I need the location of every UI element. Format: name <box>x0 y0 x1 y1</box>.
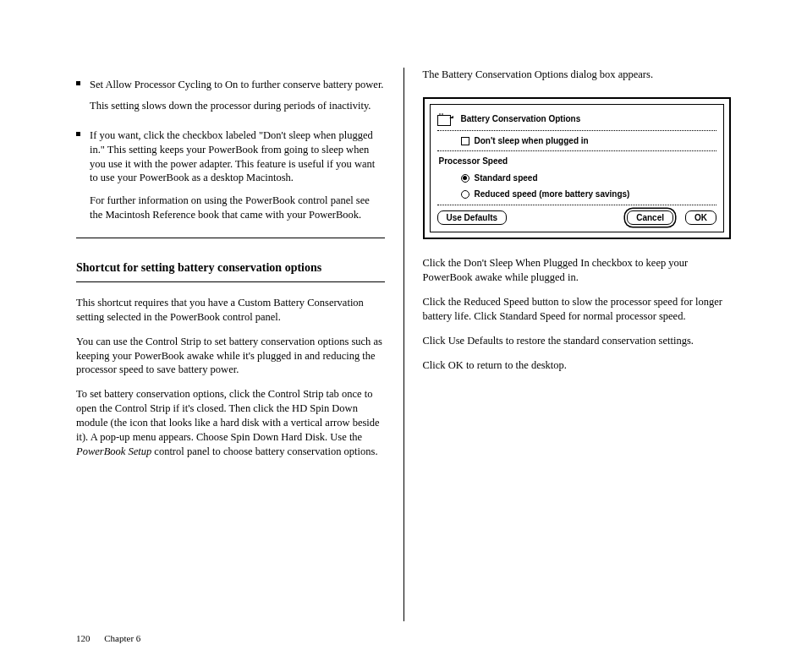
page-number: 120 <box>76 633 91 643</box>
paragraph: Click the Don't Sleep When Plugged In ch… <box>423 256 732 285</box>
paragraph: You can use the Control Strip to set bat… <box>76 335 385 378</box>
checkbox-label: Don't sleep when plugged in <box>475 135 589 147</box>
extension-icon <box>437 112 454 126</box>
radio-circle-icon <box>461 190 469 199</box>
paragraph-part: control panel to choose battery conserva… <box>151 445 377 457</box>
paragraph: Click Use Defaults to restore the standa… <box>423 334 732 348</box>
battery-conservation-dialog: Battery Conservation Options Don't sleep… <box>430 104 725 233</box>
divider-dotted <box>437 130 717 131</box>
standard-speed-radio[interactable]: Standard speed <box>461 172 538 184</box>
dialog-button-row: Use Defaults Cancel OK <box>437 210 717 226</box>
section-heading: Shortcut for setting battery conservatio… <box>76 260 385 276</box>
paragraph: The Battery Conservation Options dialog … <box>423 68 732 82</box>
ok-button[interactable]: OK <box>685 210 716 226</box>
divider <box>76 281 385 282</box>
radio-row-reduced[interactable]: Reduced speed (more battery savings) <box>461 186 717 203</box>
checkbox-box-icon <box>461 137 469 145</box>
bullet-text-1: Set Allow Processor Cycling to On to fur… <box>90 79 384 90</box>
paragraph: This shortcut requires that you have a C… <box>76 296 385 325</box>
divider-dotted <box>437 150 717 151</box>
dialog-title-row: Battery Conservation Options <box>437 110 717 128</box>
sleep-checkbox-row[interactable]: Don't sleep when plugged in <box>437 133 717 150</box>
reduced-speed-radio[interactable]: Reduced speed (more battery savings) <box>461 188 630 200</box>
radio-circle-icon <box>461 174 469 183</box>
divider-dotted <box>437 205 717 205</box>
bullet-text-2: If you want, click the checkbox labeled … <box>90 129 375 184</box>
dont-sleep-checkbox[interactable]: Don't sleep when plugged in <box>461 135 589 147</box>
paragraph-italic: PowerBook Setup <box>76 445 151 457</box>
processor-speed-heading: Processor Speed <box>439 153 717 170</box>
paragraph: Click OK to return to the desktop. <box>423 358 732 373</box>
paragraph: To set battery conservation options, cli… <box>76 387 385 458</box>
chapter-label: Chapter 6 <box>104 633 140 643</box>
radio-label: Reduced speed (more battery savings) <box>475 188 630 200</box>
bullet-item: If you want, click the checkbox labeled … <box>76 128 385 222</box>
dialog-frame: Battery Conservation Options Don't sleep… <box>423 97 732 240</box>
bullet-item: Set Allow Processor Cycling to On to fur… <box>76 78 385 113</box>
radio-label: Standard speed <box>475 172 538 184</box>
svg-rect-0 <box>437 115 450 125</box>
bullet-text-2b: For further information on using the Pow… <box>90 194 370 221</box>
radio-row-standard[interactable]: Standard speed <box>461 170 717 187</box>
processor-speed-label: Processor Speed <box>439 156 508 167</box>
cancel-button[interactable]: Cancel <box>627 210 673 226</box>
divider <box>76 238 385 238</box>
paragraph: Click the Reduced Speed button to slow t… <box>423 295 732 324</box>
dialog-title: Battery Conservation Options <box>461 113 581 125</box>
page-footer: 120 Chapter 6 <box>76 632 140 645</box>
bullet-text-1b: This setting slows down the processor du… <box>90 100 371 112</box>
paragraph-part: To set battery conservation options, cli… <box>76 388 380 443</box>
use-defaults-button[interactable]: Use Defaults <box>437 210 508 226</box>
